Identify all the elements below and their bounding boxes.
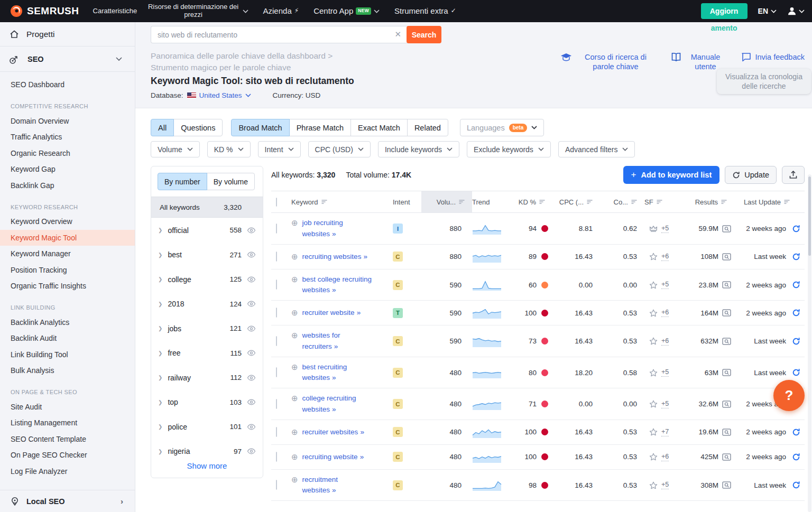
keyword-link[interactable]: recruiter website»	[302, 308, 361, 318]
refresh-icon[interactable]	[792, 253, 800, 261]
refresh-metrics-icon[interactable]	[792, 253, 800, 261]
database-selector[interactable]: United States	[187, 91, 251, 99]
sidebar-item-seo-content-template[interactable]: SEO Content Template	[0, 431, 135, 448]
sort-icon[interactable]	[784, 199, 790, 204]
row-checkbox[interactable]	[276, 399, 277, 409]
filter-exclude-keywords[interactable]: Exclude keywords	[467, 141, 551, 157]
sort-icon[interactable]	[459, 199, 465, 204]
col-trend[interactable]: Trend	[472, 191, 509, 212]
col-keyword[interactable]: Keyword	[291, 191, 393, 212]
open-keyword-icon[interactable]: »	[332, 374, 336, 381]
group-row-jobs[interactable]: ❯jobs121	[151, 316, 263, 341]
group-row-best[interactable]: ❯best271	[151, 243, 263, 267]
eye-icon[interactable]	[247, 424, 256, 430]
sort-icon[interactable]	[321, 199, 327, 204]
serp-preview-icon[interactable]	[722, 338, 731, 345]
eye-icon[interactable]	[247, 301, 256, 307]
keyword-link[interactable]: job recruiting websites»	[302, 218, 372, 239]
tab-exact-match[interactable]: Exact Match	[350, 119, 408, 136]
row-checkbox[interactable]	[276, 252, 277, 262]
serp-preview-icon[interactable]	[722, 281, 731, 288]
add-keyword-icon[interactable]: ⊕	[291, 393, 298, 404]
keyword-course-link[interactable]: Corso di ricerca di parole chiave	[560, 52, 655, 71]
tab-all[interactable]: All	[151, 119, 174, 136]
serp-preview-icon[interactable]	[722, 309, 731, 316]
by-volume-toggle[interactable]: By volume	[207, 173, 255, 190]
refresh-icon[interactable]	[792, 453, 800, 461]
sidebar-item-on-page-seo-checker[interactable]: On Page SEO Checker	[0, 447, 135, 463]
keyword-link[interactable]: websites for recruiters»	[302, 330, 372, 352]
keyword-link[interactable]: recruiter websites»	[302, 427, 364, 437]
col-competition[interactable]: Co...	[600, 191, 644, 212]
keyword-link[interactable]: college recruiting websites»	[302, 393, 372, 415]
group-row-police[interactable]: ❯police101	[151, 414, 263, 439]
eye-icon[interactable]	[247, 350, 256, 356]
col-intent[interactable]: Intent	[393, 191, 421, 212]
refresh-metrics-icon[interactable]	[792, 225, 800, 233]
nav-item-azienda[interactable]: Azienda⚡	[263, 6, 299, 15]
refresh-metrics-icon[interactable]	[792, 337, 800, 346]
semrush-logo[interactable]: SEMRUSH	[10, 4, 79, 18]
open-keyword-icon[interactable]: »	[363, 253, 367, 260]
serp-preview-icon[interactable]	[722, 429, 731, 436]
serp-preview-icon[interactable]	[722, 309, 731, 316]
eye-icon[interactable]	[247, 399, 256, 405]
col-results[interactable]: Results	[678, 191, 734, 212]
group-row-college[interactable]: ❯college125	[151, 267, 263, 292]
keyword-link[interactable]: recruiting websites»	[302, 252, 367, 262]
language-selector[interactable]: EN	[758, 7, 777, 15]
eye-icon[interactable]	[247, 375, 256, 381]
sidebar-item-site-audit[interactable]: Site Audit	[0, 399, 135, 415]
open-keyword-icon[interactable]: »	[357, 309, 361, 316]
sidebar-seo-header[interactable]: SEO	[0, 46, 135, 72]
add-keyword-icon[interactable]: ⊕	[291, 427, 298, 437]
serp-preview-icon[interactable]	[722, 253, 731, 260]
scrollbar-thumb[interactable]	[808, 176, 811, 256]
col-cpc[interactable]: CPC (...	[552, 191, 600, 212]
eye-icon[interactable]	[247, 325, 256, 332]
tab-related[interactable]: Related	[407, 119, 448, 136]
filter-include-keywords[interactable]: Include keywords	[378, 141, 459, 157]
eye-icon[interactable]	[247, 276, 256, 283]
open-keyword-icon[interactable]: »	[332, 486, 336, 494]
sidebar-item-seo-dashboard[interactable]: SEO Dashboard	[0, 77, 135, 93]
serp-preview-icon[interactable]	[722, 429, 731, 436]
sidebar-item-keyword-gap[interactable]: Keyword Gap	[0, 161, 135, 178]
refresh-icon[interactable]	[792, 481, 800, 489]
sidebar-item-keyword-magic-tool[interactable]: Keyword Magic Tool	[0, 230, 135, 246]
serp-preview-icon[interactable]	[722, 481, 731, 489]
refresh-icon[interactable]	[792, 225, 800, 233]
eye-icon[interactable]	[247, 350, 256, 356]
sidebar-item-backlink-analytics[interactable]: Backlink Analytics	[0, 314, 135, 331]
add-keyword-icon[interactable]: ⊕	[291, 308, 298, 318]
group-row-free[interactable]: ❯free115	[151, 341, 263, 366]
serp-preview-icon[interactable]	[722, 453, 731, 461]
sf-count[interactable]: +5	[661, 225, 669, 233]
eye-icon[interactable]	[247, 448, 256, 454]
export-button[interactable]	[782, 166, 805, 184]
sort-icon[interactable]	[587, 199, 593, 204]
send-feedback-link[interactable]: Invia feedback	[741, 52, 805, 62]
sidebar-item-bulk-analysis[interactable]: Bulk Analysis	[0, 362, 135, 379]
refresh-icon[interactable]	[792, 368, 800, 377]
serp-preview-icon[interactable]	[722, 401, 731, 408]
col-volume[interactable]: Volu...	[421, 191, 472, 212]
group-row-official[interactable]: ❯official558	[151, 218, 263, 243]
sidebar-item-log-file-analyzer[interactable]: Log File Analyzer	[0, 463, 135, 480]
eye-icon[interactable]	[247, 276, 256, 283]
open-keyword-icon[interactable]: »	[332, 230, 336, 238]
sidebar-item-listing-management[interactable]: Listing Management	[0, 415, 135, 431]
sort-icon[interactable]	[657, 199, 662, 204]
keyword-link[interactable]: recruitment websites»	[302, 474, 372, 496]
serp-preview-icon[interactable]	[722, 225, 731, 232]
serp-preview-icon[interactable]	[722, 369, 731, 376]
help-button[interactable]: ?	[773, 380, 805, 411]
nav-item-centro-app[interactable]: Centro AppNEW	[313, 6, 380, 15]
sf-count[interactable]: +6	[661, 453, 669, 461]
sidebar-item-domain-overview[interactable]: Domain Overview	[0, 113, 135, 129]
row-checkbox[interactable]	[276, 480, 277, 490]
user-manual-link[interactable]: Manuale utente	[671, 52, 725, 71]
sf-count[interactable]: +6	[661, 253, 669, 261]
sf-count[interactable]: +7	[661, 428, 669, 436]
serp-preview-icon[interactable]	[722, 253, 731, 260]
